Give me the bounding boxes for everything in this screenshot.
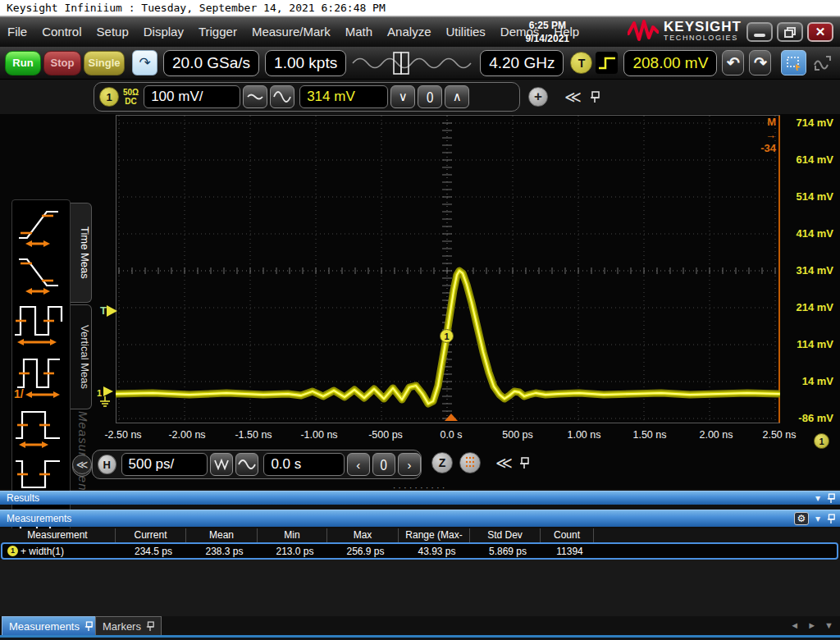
collapse-hbar-button[interactable]: ≪ [72,455,92,474]
keysight-logo: KEYSIGHT TECHNOLOGIES [628,20,742,43]
measurements-panel-header[interactable]: Measurements ⚙ ▾ [0,510,840,527]
position-left-button[interactable]: ‹ [347,453,370,476]
channel1-controls: 1 50ΩDC 100 mV/ 314 mV ∨ 0 ∧ [94,82,520,112]
pin-icon[interactable] [84,621,93,632]
tab-time-meas[interactable]: Time Meas [71,203,92,303]
offset-up-button[interactable]: ∧ [445,85,469,108]
restore-button[interactable] [777,22,803,42]
trigger-level-field[interactable]: 208.00 mV [623,50,717,76]
waveform-tool-button[interactable] [810,50,835,75]
waveform-plot[interactable] [116,115,780,423]
menu-display[interactable]: Display [136,18,191,46]
channel1-scale-field[interactable]: 100 mV/ [144,85,240,108]
menu-analyze[interactable]: Analyze [380,18,438,46]
close-button[interactable]: ✕ [807,22,833,42]
dropdown-arrow-icon[interactable]: ▾ [815,492,820,504]
pin-icon[interactable] [519,457,529,469]
x-axis-label: -1.00 ns [300,429,337,441]
minimize-button[interactable] [746,22,773,42]
memory-depth-field[interactable]: 1.00 kpts [265,50,346,76]
col-current[interactable]: Current [116,528,186,542]
channel1-coupling[interactable]: 50ΩDC [123,88,139,106]
col-mean[interactable]: Mean [186,528,258,542]
rise-time-icon[interactable] [12,202,70,248]
menu-control[interactable]: Control [34,18,89,46]
fall-time-icon[interactable] [12,249,70,295]
channel1-badge[interactable]: 1 [99,87,119,107]
clock-date: 9/14/2021 [526,32,569,45]
zoom-button[interactable]: Z [431,452,453,473]
add-channel-button[interactable]: + [528,87,548,107]
horizontal-badge[interactable]: H [98,455,116,474]
chevron-down-icon: ∨ [399,89,408,104]
trigger-level-marker[interactable]: T [100,304,117,317]
scale-increase-button[interactable] [270,85,294,108]
timebase-scale-field[interactable]: 500 ps/ [121,453,208,476]
col-max[interactable]: Max [327,528,399,542]
trigger-source-badge[interactable]: T [570,52,592,74]
channel1-offset-field[interactable]: 314 mV [299,85,388,108]
timebase-position-field[interactable]: 0.0 s [263,453,344,476]
run-button[interactable]: Run [5,51,41,75]
position-zero-button[interactable]: 0 [372,453,395,476]
trigger-edge-button[interactable] [596,52,618,74]
col-range[interactable]: Range (Max-Min) [399,528,470,542]
results-panel-header[interactable]: Results ▾ [0,491,840,505]
waveform-marker-badge[interactable]: 1 [440,329,454,343]
positive-width-icon[interactable] [12,402,70,450]
tab-markers[interactable]: Markers [95,616,162,635]
collapse-left-icon[interactable]: ≪ [564,87,582,107]
menu-utilities[interactable]: Utilities [438,18,492,46]
redo-button[interactable]: ↷ [749,50,771,75]
tab-scroll-left-icon[interactable]: ◄ [790,620,799,630]
col-measurement[interactable]: Measurement [0,528,116,542]
channel1-ground-marker[interactable]: 1 [97,382,116,413]
frequency-icon[interactable]: 1/ [12,350,70,400]
x-axis-label: -1.50 ns [235,429,272,441]
tab-vertical-meas[interactable]: Vertical Meas [71,304,92,409]
dropdown-arrow-icon[interactable]: ▾ [815,513,820,524]
svg-text:1/: 1/ [14,387,24,400]
timebase-expand-button[interactable] [235,453,258,476]
gear-icon[interactable]: ⚙ [794,512,809,525]
undo-button[interactable]: ↶ [722,50,744,75]
pin-icon[interactable] [146,621,154,632]
col-min[interactable]: Min [258,528,327,542]
position-right-button[interactable]: › [398,453,421,476]
bandwidth-slider[interactable] [351,49,474,77]
touch-button[interactable]: ↷ [132,50,158,75]
table-row[interactable]: 1 + width(1) 234.5 ps 238.3 ps 213.0 ps … [1,542,838,560]
tab-scroll-right-icon[interactable]: ► [807,620,816,630]
trigger-time-marker-icon[interactable] [445,414,458,421]
offset-down-button[interactable]: ∨ [390,85,415,108]
tab-menu-icon[interactable]: ▼ [824,620,833,630]
channel1-corner-badge[interactable]: 1 [814,433,829,449]
period-icon[interactable] [12,297,70,348]
menu-file[interactable]: File [0,18,34,46]
tab-measurements[interactable]: Measurements [2,616,100,635]
dotted-display-button[interactable] [459,452,481,473]
col-stddev[interactable]: Std Dev [470,528,541,542]
timebase-compress-button[interactable] [210,453,233,476]
menu-measure-mark[interactable]: Measure/Mark [244,18,338,46]
offset-zero-button[interactable]: 0 [418,85,442,108]
zero-icon: 0 [427,88,433,105]
col-count[interactable]: Count [541,528,594,542]
pin-icon[interactable] [827,514,835,524]
stop-button[interactable]: Stop [43,51,81,75]
menu-setup[interactable]: Setup [89,18,136,46]
scale-decrease-button[interactable] [243,85,267,108]
menu-trigger[interactable]: Trigger [191,18,244,46]
collapse-left-icon[interactable]: ≪ [495,453,513,473]
pin-icon[interactable] [590,91,600,103]
measurement-stddev: 5.869 ps [472,545,543,559]
y-axis-label: -86 mV [779,412,833,424]
x-axis-label: -2.00 ns [168,429,205,441]
menu-math[interactable]: Math [338,18,380,46]
bandwidth-field[interactable]: 4.20 GHz [480,50,564,76]
region-select-button[interactable] [781,50,806,75]
y-axis-label: 214 mV [779,301,833,313]
pin-icon[interactable] [827,493,835,504]
sample-rate-field[interactable]: 20.0 GSa/s [163,50,259,76]
single-button[interactable]: Single [84,51,125,75]
